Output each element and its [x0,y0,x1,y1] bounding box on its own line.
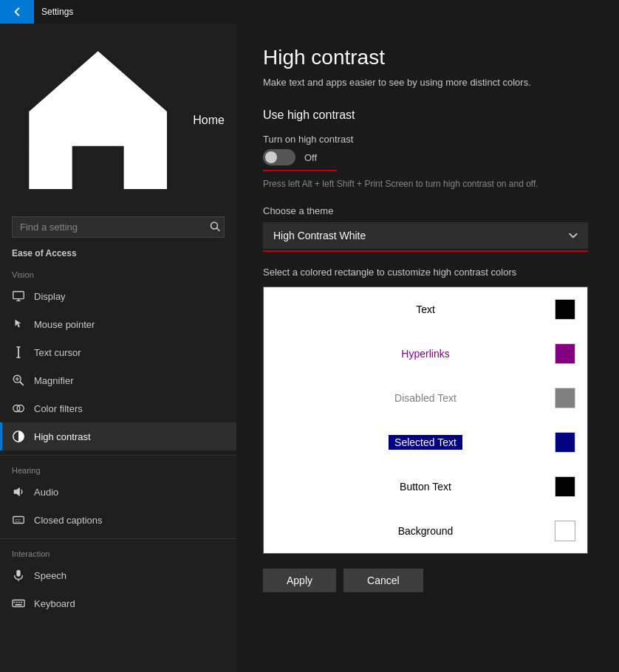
interaction-section-label: Interaction [0,544,236,561]
text-swatch[interactable] [555,299,575,320]
app-title: Settings [34,7,73,17]
button-text-label: Button Text [400,481,451,493]
app-body: Home Ease of Access Vision Display [0,24,619,672]
chevron-down-icon [569,231,578,240]
high-contrast-label: High contrast [34,431,91,442]
title-bar: Settings [0,0,619,24]
search-button[interactable] [210,221,220,233]
sidebar: Home Ease of Access Vision Display [0,24,236,672]
mouse-pointer-label: Mouse pointer [34,319,95,330]
vision-section-label: Vision [0,266,236,282]
toggle-state: Off [304,152,317,163]
sidebar-item-high-contrast[interactable]: High contrast [0,422,236,450]
disabled-text-swatch[interactable] [555,388,575,408]
back-button[interactable] [0,0,34,24]
sidebar-divider-1 [0,455,236,456]
home-label: Home [193,114,225,127]
selected-text-swatch[interactable] [555,432,575,453]
mouse-icon [12,318,25,331]
selected-text-label: Selected Text [389,436,462,448]
main-content: High contrast Make text and apps easier … [236,24,619,672]
sidebar-item-speech[interactable]: Speech [0,561,236,589]
page-title: High contrast [263,46,592,69]
closed-captions-label: Closed captions [34,515,103,526]
home-icon [12,34,184,206]
choose-theme-label: Choose a theme [263,205,592,216]
text-cursor-label: Text cursor [34,347,81,358]
sidebar-item-keyboard[interactable]: Keyboard [0,589,236,617]
selected-text-highlighted: Selected Text [389,435,462,450]
sidebar-item-audio[interactable]: Audio [0,478,236,506]
toggle-label: Turn on high contrast [263,134,353,145]
toggle-thumb [265,151,277,163]
cancel-button[interactable]: Cancel [343,569,423,592]
svg-rect-20 [13,600,24,607]
text-label: Text [416,304,435,315]
svg-rect-25 [16,604,22,606]
color-row-selected-text[interactable]: Selected Text [264,420,587,464]
theme-dropdown[interactable]: High Contrast White [263,222,588,249]
svg-rect-22 [16,602,18,603]
sidebar-item-magnifier[interactable]: Magnifier [0,366,236,394]
sidebar-item-closed-captions[interactable]: CC Closed captions [0,506,236,534]
color-filters-label: Color filters [34,403,83,414]
svg-marker-15 [14,487,20,497]
svg-rect-2 [13,292,24,299]
high-contrast-toggle[interactable] [263,149,295,165]
selected-theme: High Contrast White [273,230,366,241]
hearing-section-label: Hearing [0,460,236,478]
color-filters-icon [12,402,25,415]
toggle-track [263,149,295,165]
svg-rect-23 [18,602,20,603]
back-icon [13,7,21,16]
display-label: Display [34,291,66,302]
color-section-label: Select a colored rectangle to customize … [263,267,592,278]
page-subtitle: Make text and apps easier to see by usin… [263,77,592,88]
sidebar-item-text-cursor[interactable]: Text cursor [0,338,236,366]
action-buttons: Apply Cancel [263,569,592,592]
search-container [12,216,225,238]
high-contrast-icon [12,430,25,443]
magnifier-label: Magnifier [34,375,73,386]
theme-dropdown-underline [263,250,588,252]
search-input[interactable] [12,216,225,238]
disabled-text-label: Disabled Text [394,392,456,404]
sidebar-item-home[interactable]: Home [0,24,236,216]
display-icon [12,289,25,303]
speech-label: Speech [34,570,66,581]
svg-text:CC: CC [16,518,21,523]
svg-rect-18 [16,570,20,577]
keyboard-label: Keyboard [34,598,75,609]
sidebar-item-display[interactable]: Display [0,282,236,310]
apply-button[interactable]: Apply [263,569,336,592]
svg-rect-24 [21,602,22,603]
text-cursor-icon [12,346,25,359]
breadcrumb: Ease of Access [0,247,236,266]
color-row-background[interactable]: Background [264,509,587,553]
color-row-disabled-text[interactable]: Disabled Text [264,376,587,420]
background-label: Background [398,525,454,537]
closed-captions-icon: CC [12,513,25,527]
color-row-hyperlinks[interactable]: Hyperlinks [264,332,587,376]
sidebar-item-color-filters[interactable]: Color filters [0,394,236,422]
color-grid: Text Hyperlinks Disabled Text Selected T… [263,287,588,554]
background-swatch[interactable] [555,521,575,541]
sidebar-divider-2 [0,538,236,539]
hyperlinks-swatch[interactable] [555,343,575,364]
magnifier-icon [12,374,25,387]
audio-label: Audio [34,487,58,498]
color-row-button-text[interactable]: Button Text [264,464,587,509]
svg-line-1 [217,228,220,231]
audio-icon [12,485,25,498]
sidebar-item-mouse-pointer[interactable]: Mouse pointer [0,310,236,338]
button-text-swatch[interactable] [555,476,575,497]
svg-rect-21 [14,602,16,603]
svg-point-13 [17,405,24,412]
use-high-contrast-section: Use high contrast [263,109,592,122]
search-icon [210,221,220,231]
svg-line-9 [20,383,23,385]
color-row-text[interactable]: Text [264,287,587,332]
toggle-underline [263,170,337,171]
speech-icon [12,569,25,582]
toggle-control-row: Off [263,149,592,165]
